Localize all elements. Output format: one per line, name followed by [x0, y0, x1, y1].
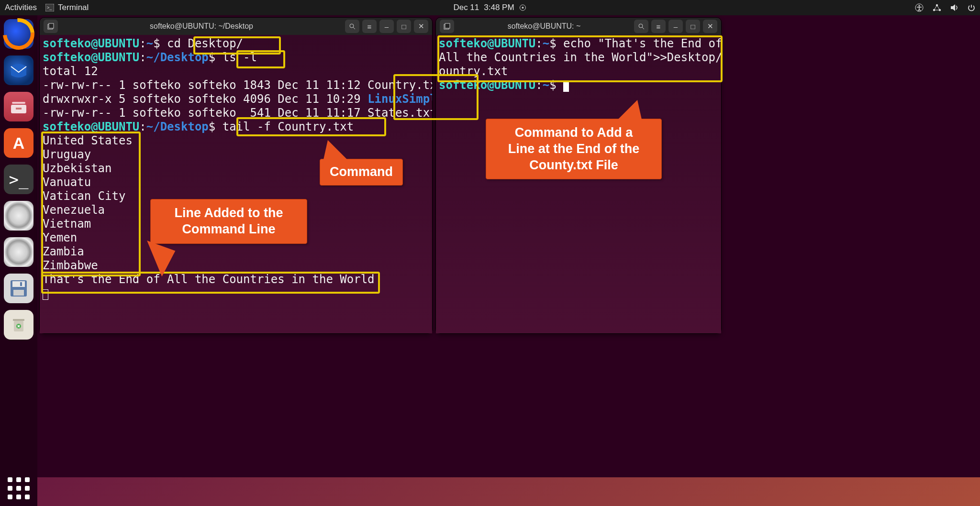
svg-rect-15 — [20, 282, 22, 286]
titlebar-right[interactable]: softeko@UBUNTU: ~ ≡ – □ ✕ — [436, 18, 721, 35]
disc-icon-2[interactable] — [4, 237, 33, 267]
svg-rect-17 — [13, 319, 24, 321]
dock: >_ — [0, 15, 37, 506]
svg-point-21 — [350, 24, 354, 28]
menu-button[interactable]: ≡ — [651, 20, 666, 33]
save-icon[interactable] — [4, 274, 33, 303]
svg-text:>_: >_ — [47, 5, 52, 10]
svg-point-5 — [918, 5, 920, 6]
close-button[interactable]: ✕ — [703, 20, 717, 33]
date-label: Dec 11 — [453, 3, 479, 12]
accessibility-icon — [915, 3, 924, 12]
callout-line-added-text: Line Added to the Command Line — [175, 206, 283, 236]
clock-area[interactable]: Dec 11 3:48 PM — [453, 3, 526, 12]
desktop-background-strip — [37, 477, 980, 506]
callout-arrow — [323, 140, 349, 162]
svg-rect-13 — [12, 281, 25, 287]
callout-right: Command to Add a Line at the End of the … — [486, 119, 662, 179]
svg-rect-9 — [12, 102, 25, 104]
callout-command-text: Command — [330, 165, 393, 179]
titlebar-left[interactable]: softeko@UBUNTU: ~/Desktop ≡ – □ ✕ — [40, 18, 432, 35]
window-title-right: softeko@UBUNTU: ~ — [454, 22, 634, 31]
maximize-button[interactable]: □ — [397, 20, 411, 33]
svg-rect-14 — [13, 290, 24, 296]
files-icon[interactable] — [4, 92, 33, 121]
apps-grid-icon[interactable] — [8, 477, 30, 499]
new-tab-button[interactable] — [44, 20, 58, 33]
software-center-icon[interactable] — [4, 128, 33, 158]
system-tray[interactable] — [915, 3, 975, 12]
minimize-button[interactable]: – — [668, 20, 683, 33]
svg-rect-23 — [445, 23, 450, 28]
terminal-app-icon[interactable]: >_ — [4, 165, 33, 194]
svg-rect-11 — [16, 108, 22, 110]
trash-icon[interactable] — [4, 310, 33, 340]
minimize-button[interactable]: – — [379, 20, 394, 33]
menu-button[interactable]: ≡ — [362, 20, 377, 33]
power-icon — [968, 4, 975, 11]
firefox-icon[interactable] — [4, 19, 33, 49]
activities-button[interactable]: Activities — [5, 3, 37, 12]
new-tab-button[interactable] — [440, 20, 454, 33]
svg-point-24 — [639, 24, 643, 28]
search-button[interactable] — [634, 20, 648, 33]
active-app-name: Terminal — [58, 3, 89, 12]
terminal-icon: >_ — [45, 4, 54, 11]
callout-line-added: Line Added to the Command Line — [150, 199, 307, 244]
terminal-body-right[interactable]: softeko@UBUNTU:~$ echo "That's the End o… — [436, 35, 721, 333]
time-label: 3:48 PM — [484, 3, 514, 12]
maximize-button[interactable]: □ — [686, 20, 700, 33]
thunderbird-icon[interactable] — [4, 55, 33, 85]
active-app-indicator[interactable]: >_ Terminal — [45, 3, 89, 12]
window-title-left: softeko@UBUNTU: ~/Desktop — [58, 22, 345, 31]
svg-rect-20 — [49, 23, 54, 28]
top-bar: Activities >_ Terminal Dec 11 3:48 PM — [0, 0, 980, 15]
volume-icon — [950, 4, 959, 11]
callout-command: Command — [320, 159, 403, 186]
disc-icon-1[interactable] — [4, 201, 33, 231]
notifications-icon — [519, 4, 527, 11]
svg-point-3 — [522, 7, 524, 9]
callout-right-text: Command to Add a Line at the End of the … — [508, 125, 640, 172]
network-icon — [932, 3, 942, 12]
close-button[interactable]: ✕ — [414, 20, 428, 33]
search-button[interactable] — [345, 20, 359, 33]
topbar-left: Activities >_ Terminal — [5, 3, 89, 12]
callout-arrow — [616, 100, 642, 121]
